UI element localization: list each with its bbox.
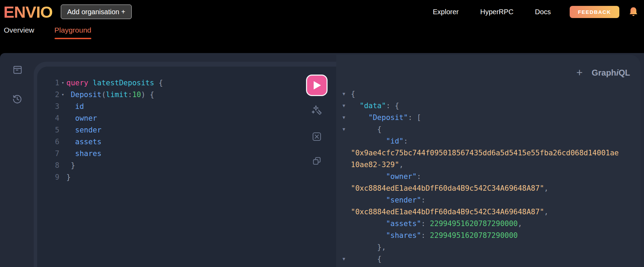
code-text: "data": { <box>351 100 399 112</box>
code-text: Deposit(limit:10) { <box>66 89 154 101</box>
fold-toggle-icon[interactable]: ▾ <box>60 89 66 101</box>
code-token: { <box>351 125 382 134</box>
fold-gutter <box>342 218 351 230</box>
code-text: assets <box>66 136 101 148</box>
editor-code-line: 4 owner <box>37 112 336 124</box>
fold-toggle-icon[interactable]: ▾ <box>60 77 66 89</box>
code-token: "Deposit" <box>351 113 408 122</box>
fold-toggle-icon[interactable]: ▼ <box>342 253 351 265</box>
tab-overview[interactable]: Overview <box>4 26 34 36</box>
code-text: { <box>351 123 382 135</box>
code-token: , <box>544 208 548 216</box>
feedback-button[interactable]: FEEDBACK <box>570 6 619 18</box>
code-text: query latestDeposits { <box>66 77 163 89</box>
merge-fragments-button[interactable] <box>311 131 323 143</box>
response-viewer: ▼{▼ "data": {▼ "Deposit": [▼ { "id":"0x9… <box>342 88 638 267</box>
code-text: id <box>66 101 84 112</box>
prettify-query-button[interactable] <box>311 104 323 117</box>
fold-gutter <box>342 206 351 218</box>
nav-link-docs[interactable]: Docs <box>535 8 551 16</box>
graphiql-logo-graph: Graph <box>592 68 616 77</box>
fold-gutter <box>60 112 66 124</box>
line-number: 3 <box>45 101 59 112</box>
response-code-line: }, <box>342 241 638 253</box>
bell-icon[interactable] <box>629 7 638 17</box>
fold-toggle-icon[interactable]: ▼ <box>342 88 351 100</box>
code-token: { <box>154 79 163 87</box>
execute-query-button[interactable] <box>306 75 328 96</box>
response-code-line: ▼ { <box>342 123 638 135</box>
nav-link-hyperrpc[interactable]: HyperRPC <box>480 8 514 16</box>
response-code-line: ▼ "Deposit": [ <box>342 112 638 123</box>
code-token: "shares" <box>351 231 421 240</box>
code-token: 10 <box>132 91 141 99</box>
code-token: 10ae82-329" <box>351 161 399 169</box>
code-text: "Deposit": [ <box>351 112 421 123</box>
code-token: : <box>421 196 426 204</box>
code-text: "id": <box>351 135 408 147</box>
code-text: { <box>351 88 355 100</box>
editor-code-line: 1▾query latestDeposits { <box>37 77 336 89</box>
response-code-line: "0xc8884edE1ae44bDfF60da4B9c542C34A69648… <box>342 182 638 194</box>
graphiql-container: 1▾query latestDeposits {2▾ Deposit(limit… <box>0 53 644 267</box>
code-token: sender <box>66 126 101 134</box>
docs-panel-button[interactable] <box>12 64 23 75</box>
fold-toggle-icon[interactable]: ▼ <box>342 123 351 135</box>
response-code-line: ▼{ <box>342 88 638 100</box>
code-token: : <box>128 91 132 99</box>
fold-gutter <box>342 147 351 159</box>
line-number: 6 <box>45 136 59 148</box>
code-token: : { <box>386 102 399 110</box>
code-token: { <box>351 90 355 98</box>
docs-icon <box>12 64 23 75</box>
code-text: "0x9ae4cfc75bc744f095018567435dd6a5d5415… <box>351 147 619 159</box>
code-token: "sender" <box>351 196 421 204</box>
copy-query-button[interactable] <box>311 155 323 167</box>
editor-code-line: 7 shares <box>37 148 336 160</box>
graphiql-logo: GraphiQL <box>592 68 630 78</box>
merge-icon <box>311 131 323 143</box>
query-editor-frame: 1▾query latestDeposits {2▾ Deposit(limit… <box>34 62 336 267</box>
fold-toggle-icon[interactable]: ▼ <box>342 100 351 112</box>
code-token: id <box>66 102 84 111</box>
editor-code-line: 9} <box>37 171 336 183</box>
code-token: "id" <box>351 137 404 145</box>
fold-gutter <box>60 148 66 160</box>
fold-gutter <box>342 194 351 206</box>
fold-toggle-icon[interactable]: ▼ <box>342 112 351 123</box>
graphiql-logo-ql: QL <box>619 68 630 77</box>
code-text: { <box>351 253 382 265</box>
nav-link-explorer[interactable]: Explorer <box>433 8 459 16</box>
history-panel-button[interactable] <box>11 93 23 105</box>
code-token: Deposit <box>66 91 101 99</box>
query-editor[interactable]: 1▾query latestDeposits {2▾ Deposit(limit… <box>37 67 336 267</box>
code-text: } <box>66 171 71 183</box>
code-token: : <box>404 137 408 145</box>
add-tab-button[interactable]: + <box>576 67 583 78</box>
prettify-sparkle-icon <box>311 104 323 117</box>
add-organisation-button[interactable]: Add organisation + <box>61 5 131 19</box>
response-code-line: "shares": 22994951620787290000 <box>342 230 638 241</box>
top-header: ENVIO Add organisation + Explorer HyperR… <box>0 0 644 24</box>
history-icon <box>11 93 23 105</box>
line-number: 7 <box>45 148 59 160</box>
fold-gutter <box>60 101 66 112</box>
code-token: "assets" <box>351 219 421 228</box>
editor-code-line: 2▾ Deposit(limit:10) { <box>37 89 336 101</box>
editor-code-line: 6 assets <box>37 136 336 148</box>
editor-code-line: 8 } <box>37 160 336 171</box>
fold-gutter <box>60 171 66 183</box>
code-token: }, <box>351 243 386 251</box>
graphiql-logo-i: i <box>616 68 619 77</box>
fold-gutter <box>60 124 66 136</box>
fold-gutter <box>342 230 351 241</box>
fold-gutter <box>342 171 351 182</box>
response-panel: + GraphiQL ▼{▼ "data": {▼ "Deposit": [▼ … <box>336 55 641 267</box>
code-token: "owner" <box>351 172 417 181</box>
code-token: : [ <box>408 113 421 122</box>
code-token: , <box>544 184 548 192</box>
tab-playground[interactable]: Playground <box>55 26 91 36</box>
editor-toolbar <box>306 75 328 167</box>
fold-gutter <box>60 136 66 148</box>
code-text: "sender": <box>351 194 426 206</box>
